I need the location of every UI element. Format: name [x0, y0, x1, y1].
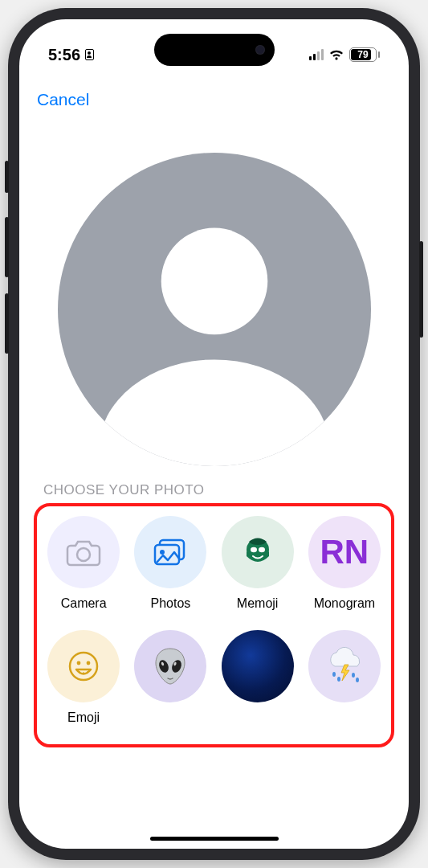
avatar-preview-area: [19, 113, 409, 482]
photos-option[interactable]: Photos: [128, 516, 212, 611]
camera-icon: [65, 537, 102, 567]
cancel-button[interactable]: Cancel: [37, 90, 89, 109]
battery-percent: 79: [357, 49, 368, 60]
power-button: [419, 241, 423, 338]
suggestion-alien[interactable]: [128, 630, 212, 725]
phone-frame: 5:56 79 Cancel: [8, 8, 420, 860]
storm-cloud-icon: [320, 645, 369, 687]
svg-point-7: [160, 550, 165, 555]
emoji-option[interactable]: Emoji: [42, 630, 125, 725]
svg-point-10: [259, 547, 265, 552]
status-time: 5:56: [48, 46, 80, 64]
suggestion-storm-label: [343, 710, 346, 725]
monogram-label: Monogram: [314, 596, 375, 611]
photos-icon: [151, 536, 190, 568]
svg-point-11: [70, 653, 97, 680]
status-right: 79: [309, 47, 380, 62]
home-indicator[interactable]: [150, 837, 279, 841]
svg-point-4: [77, 548, 90, 561]
monogram-initials: RN: [308, 516, 381, 588]
suggestion-blue-label: [255, 710, 259, 725]
highlight-frame: Camera Photos: [34, 503, 394, 747]
nav-bar: Cancel: [19, 74, 409, 113]
svg-point-22: [337, 677, 340, 682]
monogram-option[interactable]: RN Monogram: [303, 516, 386, 611]
volume-down-button: [5, 293, 9, 354]
photos-label: Photos: [150, 596, 190, 611]
battery-icon: 79: [349, 47, 380, 62]
memoji-label: Memoji: [237, 596, 279, 611]
emoji-icon: [66, 649, 101, 684]
side-button: [5, 161, 9, 193]
camera-label: Camera: [61, 596, 107, 611]
avatar-placeholder-icon[interactable]: [58, 153, 371, 466]
status-left: 5:56: [48, 46, 94, 64]
svg-point-9: [251, 547, 257, 552]
photo-options-grid: Camera Photos: [42, 516, 386, 725]
memoji-icon: [239, 534, 276, 571]
camera-option[interactable]: Camera: [42, 516, 125, 611]
svg-point-12: [77, 661, 81, 665]
alien-icon: [151, 645, 190, 687]
suggestion-storm[interactable]: [303, 630, 386, 725]
suggestion-blue-abstract[interactable]: [216, 630, 300, 725]
memoji-option[interactable]: Memoji: [216, 516, 300, 611]
svg-point-21: [332, 672, 336, 677]
cellular-signal-icon: [309, 49, 324, 60]
emoji-label: Emoji: [67, 710, 100, 725]
contact-card-icon: [85, 49, 94, 60]
svg-point-24: [356, 678, 359, 682]
section-heading: CHOOSE YOUR PHOTO: [19, 482, 409, 503]
screen: 5:56 79 Cancel: [19, 19, 409, 849]
svg-point-2: [161, 228, 267, 335]
svg-point-23: [352, 673, 355, 678]
blue-abstract-icon: [222, 630, 294, 702]
volume-up-button: [5, 217, 9, 277]
suggestion-alien-label: [169, 710, 172, 725]
dynamic-island: [154, 34, 275, 66]
wifi-icon: [328, 49, 344, 61]
svg-point-13: [87, 661, 91, 665]
